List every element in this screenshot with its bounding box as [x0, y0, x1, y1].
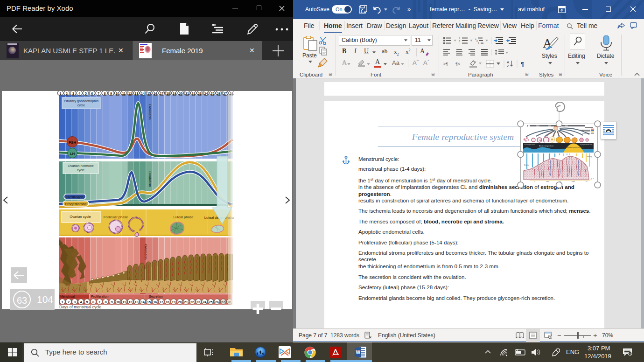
svg-text:10: 10 [116, 91, 119, 96]
svg-text:6: 6 [92, 300, 94, 304]
svg-text:26: 26 [217, 91, 221, 96]
svg-text:15: 15 [147, 91, 151, 96]
svg-text:14: 14 [141, 300, 145, 304]
svg-text:¶<: ¶< [455, 62, 460, 66]
svg-text:Luteal phase: Luteal phase [174, 215, 194, 219]
svg-text:Ovarian cycle: Ovarian cycle [70, 215, 91, 219]
svg-text:13: 13 [135, 300, 139, 304]
svg-text:Secretion: Secretion [149, 295, 163, 298]
svg-text:Proliferation: Proliferation [91, 295, 108, 298]
svg-text:>¶: >¶ [443, 62, 448, 66]
svg-text:6: 6 [91, 91, 93, 96]
svg-text:Follicular phase: Follicular phase [104, 215, 128, 219]
svg-text:2: 2 [68, 300, 70, 304]
svg-text:12: 12 [128, 91, 132, 96]
svg-text:5: 5 [86, 300, 88, 304]
svg-text:17: 17 [160, 300, 163, 304]
svg-text:21: 21 [185, 91, 189, 96]
svg-text:9: 9 [111, 300, 113, 304]
svg-text:Progesterone: Progesterone [65, 202, 87, 206]
svg-text:Ovarian hormone: Ovarian hormone [68, 164, 94, 168]
svg-text:24: 24 [204, 91, 208, 96]
svg-text:25: 25 [210, 91, 214, 96]
svg-text:3: 3 [74, 300, 76, 304]
svg-text:22: 22 [191, 91, 195, 96]
svg-text:14: 14 [141, 91, 145, 96]
svg-text:18: 18 [166, 300, 169, 304]
svg-text:15: 15 [147, 300, 151, 304]
svg-text:3: 3 [478, 42, 479, 44]
svg-text:19: 19 [172, 300, 175, 304]
svg-text:22: 22 [190, 300, 194, 304]
svg-text:3: 3 [72, 91, 74, 96]
svg-text:FSH: FSH [69, 140, 76, 145]
svg-text:Pituitary gonadotrophin: Pituitary gonadotrophin [64, 99, 98, 103]
svg-text:Oestrogen: Oestrogen [66, 195, 83, 199]
svg-text:cycle: cycle [77, 103, 85, 107]
svg-text:9: 9 [110, 91, 112, 96]
svg-text:8: 8 [104, 91, 105, 96]
svg-text:27: 27 [223, 91, 227, 96]
svg-text:Days of menstrual cycle: Days of menstrual cycle [59, 305, 101, 309]
svg-text:18: 18 [166, 91, 170, 96]
svg-text:17: 17 [160, 91, 164, 96]
svg-text:✕: ✕ [369, 335, 372, 339]
svg-text:1: 1 [62, 300, 63, 304]
svg-text:23: 23 [196, 300, 200, 304]
svg-text:2: 2 [66, 91, 68, 96]
svg-text:20: 20 [179, 91, 182, 96]
svg-text:11: 11 [122, 300, 126, 304]
svg-text:20: 20 [178, 300, 182, 304]
svg-text:1: 1 [60, 91, 62, 96]
svg-text:10: 10 [116, 300, 120, 304]
svg-text:19: 19 [173, 91, 176, 96]
svg-text:4: 4 [80, 300, 82, 304]
svg-text:W: W [356, 350, 361, 355]
svg-text:21: 21 [184, 300, 188, 304]
svg-text:13: 13 [134, 91, 138, 96]
svg-text:7: 7 [98, 300, 100, 304]
svg-text:11: 11 [122, 91, 126, 96]
svg-text:Z: Z [507, 64, 509, 68]
svg-text:7: 7 [98, 91, 99, 96]
svg-text:Ovulation: Ovulation [144, 244, 148, 260]
svg-text:4: 4 [78, 91, 80, 96]
svg-text:Menstrual: Menstrual [60, 295, 75, 298]
svg-text:27: 27 [221, 300, 225, 304]
svg-text:16: 16 [153, 300, 157, 304]
svg-text:LH: LH [70, 152, 75, 156]
svg-text:5: 5 [85, 91, 87, 96]
svg-text:23: 23 [198, 91, 202, 96]
svg-text:cycle: cycle [77, 168, 84, 172]
svg-text:i: i [459, 42, 459, 44]
svg-text:25: 25 [209, 300, 213, 304]
svg-text:24: 24 [203, 300, 206, 304]
svg-text:Ovulation: Ovulation [148, 171, 152, 187]
svg-text:16: 16 [154, 91, 157, 96]
svg-text:¶: ¶ [521, 61, 524, 68]
svg-text:26: 26 [215, 300, 219, 304]
svg-text:Ovulation: Ovulation [148, 104, 152, 120]
svg-text:12: 12 [128, 300, 132, 304]
svg-text:8: 8 [105, 300, 106, 304]
